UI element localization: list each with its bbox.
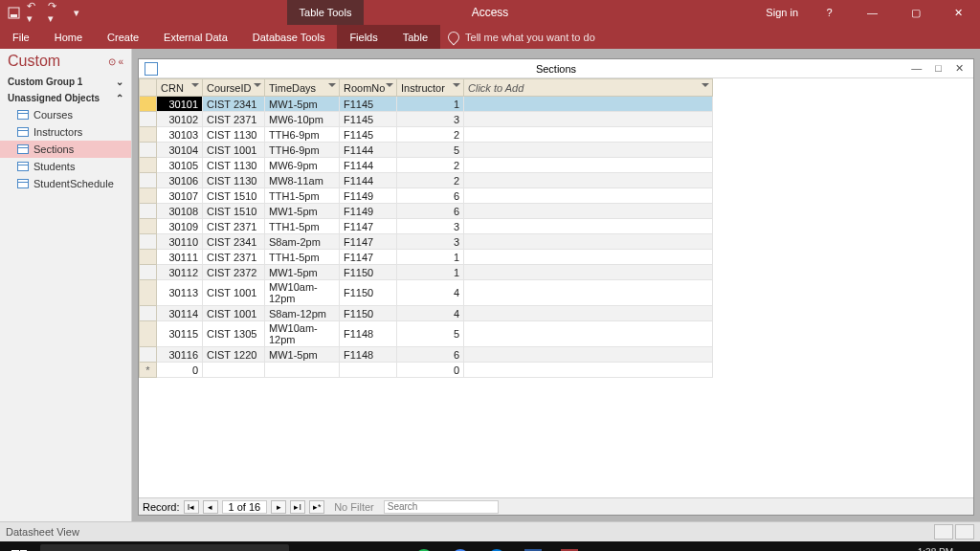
cell-empty[interactable] <box>265 363 340 378</box>
cell-empty[interactable] <box>464 219 713 234</box>
chrome-icon[interactable] <box>442 541 479 551</box>
ribbon-tab-fields[interactable]: Fields <box>337 25 390 49</box>
cell-room[interactable]: F1150 <box>340 306 397 321</box>
cell-instructor[interactable]: 6 <box>397 204 464 219</box>
cell-td[interactable]: TTH6-9pm <box>265 127 340 143</box>
win-maximize-icon[interactable]: □ <box>935 62 942 75</box>
ribbon-tab-home[interactable]: Home <box>42 25 95 49</box>
nav-header[interactable]: Custom⊙« <box>0 49 131 74</box>
select-all-cell[interactable] <box>140 79 157 97</box>
cell-cid[interactable]: CIST 1130 <box>203 158 265 173</box>
table-row[interactable]: 30112CIST 2372MW1-5pmF11501 <box>140 265 713 280</box>
cell-td[interactable]: MW10am-12pm <box>265 280 340 306</box>
row-selector[interactable] <box>140 97 157 112</box>
cell-crn[interactable]: 30116 <box>157 347 203 363</box>
cell-crn[interactable]: 30105 <box>157 158 203 173</box>
cell-td[interactable]: TTH1-5pm <box>265 219 340 234</box>
row-selector[interactable] <box>140 188 157 204</box>
dropdown-icon[interactable]: ⊙ <box>108 56 116 67</box>
cell-room[interactable]: F1149 <box>340 188 397 204</box>
cell-crn[interactable]: 30104 <box>157 143 203 158</box>
column-header-timedays[interactable]: TimeDays <box>265 79 340 97</box>
cell-cid[interactable]: CIST 1130 <box>203 173 265 188</box>
cell-crn[interactable]: 30111 <box>157 250 203 265</box>
edge-icon[interactable] <box>479 541 515 551</box>
last-record-button[interactable]: ▸I <box>290 500 305 514</box>
row-selector[interactable] <box>140 321 157 347</box>
cell-td[interactable]: MW1-5pm <box>265 347 340 363</box>
row-selector[interactable] <box>140 158 157 173</box>
cell-room[interactable]: F1150 <box>340 280 397 306</box>
close-icon[interactable]: ✕ <box>937 0 980 25</box>
save-icon[interactable] <box>6 5 21 20</box>
cell-td[interactable]: TTH1-5pm <box>265 250 340 265</box>
cell-empty[interactable] <box>464 234 713 250</box>
row-selector[interactable] <box>140 204 157 219</box>
table-row[interactable]: 30103CIST 1130TTH6-9pmF11452 <box>140 127 713 143</box>
cell-empty[interactable] <box>464 143 713 158</box>
next-record-button[interactable]: ▸ <box>271 500 286 514</box>
cell-room[interactable]: F1147 <box>340 250 397 265</box>
spotify-icon[interactable] <box>406 541 442 551</box>
cell-cid[interactable]: CIST 1001 <box>203 306 265 321</box>
cell-cid[interactable]: CIST 2372 <box>203 265 265 280</box>
cell-td[interactable]: MW6-10pm <box>265 112 340 127</box>
cell-empty[interactable] <box>464 158 713 173</box>
cell-room[interactable]: F1144 <box>340 143 397 158</box>
new-row[interactable]: *00 <box>140 363 713 378</box>
nav-group[interactable]: Custom Group 1⌄ <box>0 74 131 90</box>
dropdown-icon[interactable] <box>328 83 336 87</box>
cell-instructor[interactable]: 2 <box>397 173 464 188</box>
nav-unassigned[interactable]: Unassigned Objects⌃ <box>0 90 131 106</box>
collapse-icon[interactable]: « <box>118 56 123 67</box>
cell-room[interactable]: F1144 <box>340 158 397 173</box>
cell-room[interactable]: F1148 <box>340 321 397 347</box>
record-search-input[interactable] <box>384 500 499 514</box>
table-row[interactable]: 30102CIST 2371MW6-10pmF11453 <box>140 112 713 127</box>
cell-crn[interactable]: 30103 <box>157 127 203 143</box>
start-button[interactable] <box>0 541 38 551</box>
cell-empty[interactable] <box>203 363 265 378</box>
table-row[interactable]: 30113CIST 1001MW10am-12pmF11504 <box>140 280 713 306</box>
cell-td[interactable]: MW8-11am <box>265 173 340 188</box>
cell-crn[interactable]: 30107 <box>157 188 203 204</box>
taskbar-search[interactable]: Type here to search <box>40 544 289 551</box>
cell-empty[interactable] <box>464 250 713 265</box>
row-selector[interactable] <box>140 173 157 188</box>
table-row[interactable]: 30114CIST 1001S8am-12pmF11504 <box>140 306 713 321</box>
column-header-instructor[interactable]: Instructor <box>397 79 464 97</box>
cell-cid[interactable]: CIST 2341 <box>203 234 265 250</box>
datasheet-view-button[interactable] <box>934 524 953 540</box>
cell-td[interactable]: S8am-2pm <box>265 234 340 250</box>
cell-crn[interactable]: 30110 <box>157 234 203 250</box>
cell-cid[interactable]: CIST 1220 <box>203 347 265 363</box>
cell-crn[interactable]: 30108 <box>157 204 203 219</box>
cell-instructor[interactable]: 2 <box>397 158 464 173</box>
word-icon[interactable]: W <box>515 541 551 551</box>
cell-cid[interactable]: CIST 2371 <box>203 219 265 234</box>
table-row[interactable]: 30116CIST 1220MW1-5pmF11486 <box>140 347 713 363</box>
click-to-add-column[interactable]: Click to Add <box>464 79 713 97</box>
cell-empty[interactable] <box>464 306 713 321</box>
win-close-icon[interactable]: ✕ <box>955 62 964 75</box>
table-row[interactable]: 30111CIST 2371TTH1-5pmF11471 <box>140 250 713 265</box>
filter-status[interactable]: No Filter <box>334 501 374 513</box>
cell-instructor[interactable]: 0 <box>397 363 464 378</box>
redo-icon[interactable]: ↷ ▾ <box>48 5 63 20</box>
cell-crn[interactable]: 0 <box>157 363 203 378</box>
taskview-icon[interactable]: ⧉ <box>333 541 369 551</box>
restore-icon[interactable]: ▢ <box>894 0 937 25</box>
cell-td[interactable]: MW1-5pm <box>265 97 340 112</box>
cell-crn[interactable]: 30106 <box>157 173 203 188</box>
qat-more-icon[interactable]: ▾ <box>69 5 84 20</box>
cell-cid[interactable]: CIST 1130 <box>203 127 265 143</box>
nav-item-instructors[interactable]: Instructors <box>0 123 131 141</box>
dropdown-icon[interactable] <box>386 83 393 87</box>
row-selector[interactable] <box>140 219 157 234</box>
nav-item-studentschedule[interactable]: StudentSchedule <box>0 175 131 192</box>
row-selector[interactable] <box>140 143 157 158</box>
cell-cid[interactable]: CIST 1510 <box>203 188 265 204</box>
table-row[interactable]: 30106CIST 1130MW8-11amF11442 <box>140 173 713 188</box>
cell-crn[interactable]: 30101 <box>157 97 203 112</box>
column-header-crn[interactable]: CRN <box>157 79 203 97</box>
